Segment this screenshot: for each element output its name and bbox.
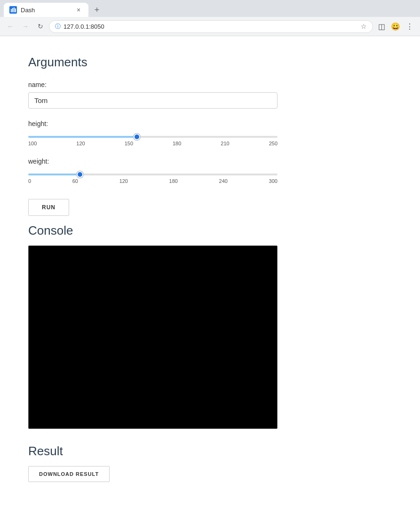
run-button[interactable]: RUN (28, 199, 69, 216)
console-output (28, 245, 277, 429)
height-label: height: (28, 120, 348, 127)
tick-120: 120 (119, 178, 128, 184)
name-input[interactable] (28, 92, 277, 109)
tab-bar: Dash × + (0, 0, 420, 17)
page-content: Arguments name: height: 100 120 150 180 … (0, 36, 376, 501)
weight-slider-container: 0 60 120 180 240 300 (28, 169, 277, 184)
tab-close-button[interactable]: × (74, 6, 83, 14)
tick-240: 240 (219, 178, 228, 184)
height-slider[interactable] (28, 136, 277, 138)
weight-group: weight: 0 60 120 180 240 300 (28, 158, 348, 184)
tab-title: Dash (21, 7, 35, 14)
svg-rect-2 (14, 8, 15, 12)
nav-bar: ← → ↻ ⓘ 127.0.0.1:8050 ☆ ◫ 😀 ⋮ (0, 17, 420, 36)
name-label: name: (28, 81, 348, 88)
tick-60: 60 (72, 178, 78, 184)
tick-210: 210 (221, 141, 229, 146)
result-title: Result (28, 444, 348, 459)
weight-label: weight: (28, 158, 348, 165)
tick-120: 120 (76, 141, 85, 146)
new-tab-button[interactable]: + (90, 3, 103, 16)
tick-150: 150 (125, 141, 133, 146)
weight-ticks: 0 60 120 180 240 300 (28, 178, 277, 184)
address-text: 127.0.0.1:8050 (63, 23, 358, 30)
browser-chrome: Dash × + ← → ↻ ⓘ 127.0.0.1:8050 ☆ ◫ 😀 ⋮ (0, 0, 420, 36)
console-title: Console (28, 223, 348, 238)
extensions-icon[interactable]: ◫ (375, 20, 388, 33)
menu-icon[interactable]: ⋮ (403, 20, 416, 33)
refresh-button[interactable]: ↻ (34, 20, 47, 33)
tick-180: 180 (173, 141, 181, 146)
weight-slider[interactable] (28, 174, 277, 175)
tick-0: 0 (28, 178, 31, 184)
tick-250: 250 (269, 141, 277, 146)
arguments-title: Arguments (28, 55, 348, 70)
active-tab[interactable]: Dash × (4, 3, 88, 17)
bookmark-icon[interactable]: ☆ (361, 23, 367, 30)
svg-rect-1 (12, 8, 13, 12)
height-slider-container: 100 120 150 180 210 250 (28, 131, 277, 146)
back-button[interactable]: ← (4, 20, 17, 33)
tab-favicon (9, 6, 17, 14)
download-result-button[interactable]: DOWNLOAD RESULT (28, 466, 110, 482)
tick-300: 300 (269, 178, 277, 184)
address-bar[interactable]: ⓘ 127.0.0.1:8050 ☆ (49, 20, 373, 33)
forward-button[interactable]: → (19, 20, 32, 33)
svg-rect-3 (15, 8, 16, 12)
height-group: height: 100 120 150 180 210 250 (28, 120, 348, 146)
height-ticks: 100 120 150 180 210 250 (28, 141, 277, 146)
tick-180: 180 (169, 178, 178, 184)
profile-icon[interactable]: 😀 (389, 20, 402, 33)
tick-100: 100 (28, 141, 37, 146)
lock-icon: ⓘ (55, 23, 61, 31)
toolbar-icons: ◫ 😀 ⋮ (375, 20, 416, 33)
name-group: name: (28, 81, 348, 109)
svg-rect-0 (11, 9, 12, 12)
